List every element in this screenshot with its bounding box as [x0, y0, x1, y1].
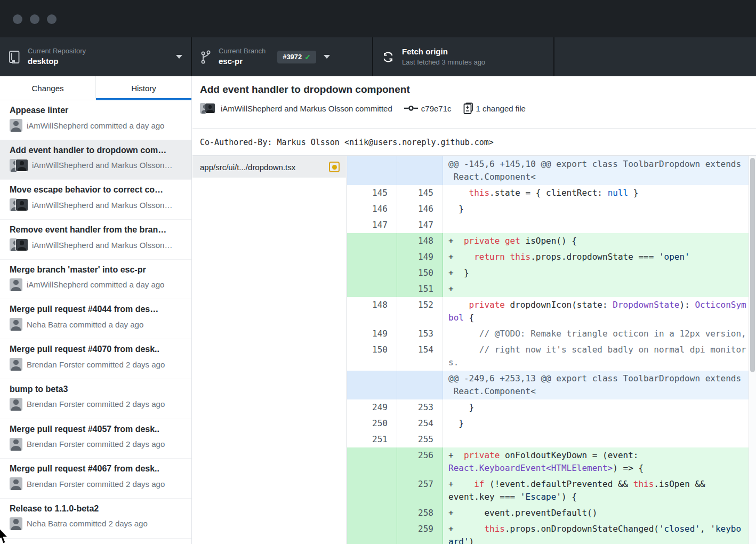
avatar — [10, 438, 22, 451]
scrollbar-thumb[interactable] — [750, 158, 755, 372]
git-commit-icon — [404, 105, 418, 112]
commit-authors: iAmWillShepherd and Markus Olsson commit… — [221, 104, 392, 113]
diff-line: 147147 — [347, 217, 756, 233]
commit-item-meta: iAmWillShepherd and Markus Olsson… — [10, 198, 184, 211]
diff-line: 249253 } — [347, 399, 756, 415]
diff-line: 256+ private onFoldoutKeyDown = (event:R… — [347, 447, 756, 476]
diff-line: 150+ } — [347, 265, 756, 281]
diff-line: 151+ — [347, 281, 756, 297]
commit-history-list: Appease linter iAmWillShepherd committed… — [0, 100, 191, 544]
author-avatars — [10, 198, 28, 211]
pr-number-badge[interactable]: #3972 ✓ — [277, 51, 316, 63]
commit-list-item[interactable]: Merge pull request #4067 from desk.. Bre… — [0, 459, 191, 499]
avatar — [10, 278, 22, 291]
branch-name: esc-pr — [219, 57, 266, 67]
sync-icon — [382, 51, 395, 63]
commit-list-item[interactable]: Remove event handler from the bran… iAmW… — [0, 220, 191, 260]
diff-file-icon — [463, 102, 473, 114]
window-zoom-button[interactable] — [47, 14, 57, 24]
diff-hunk-header: @@ -249,6 +253,13 @@ export class Toolba… — [347, 371, 756, 399]
window-titlebar — [0, 0, 756, 37]
window-close-button[interactable] — [13, 14, 22, 24]
github-desktop-window: Current Repository desktop Current Branc… — [0, 0, 756, 544]
commit-list-item[interactable]: bump to beta3 Brendan Forster committed … — [0, 379, 191, 419]
commit-detail-header: Add event handler to dropdown component … — [192, 76, 756, 129]
fetch-origin-button[interactable]: Fetch origin Last fetched 3 minutes ago — [373, 37, 554, 76]
author-avatars — [10, 238, 28, 251]
commit-item-meta: Brendan Forster committed 2 days ago — [10, 398, 184, 411]
git-branch-icon — [200, 50, 211, 65]
commit-title: Add event handler to dropdown component — [200, 84, 756, 95]
chevron-down-icon — [176, 55, 182, 59]
avatar — [15, 198, 28, 211]
author-avatars — [200, 103, 216, 114]
commit-list-item[interactable]: Release to 1.1.0-beta2 Neha Batra commit… — [0, 499, 191, 539]
commit-item-title: Add event handler to dropdown com… — [10, 146, 184, 155]
diff-line: 250254 } — [347, 415, 756, 431]
commit-item-meta: iAmWillShepherd committed a day ago — [10, 278, 184, 291]
commit-list-item[interactable]: Merge pull request #4070 from desk.. Bre… — [0, 339, 191, 379]
changed-files-count: 1 changed file — [476, 104, 526, 113]
window-minimize-button[interactable] — [30, 14, 39, 24]
commit-item-meta: Brendan Forster committed 2 days ago — [10, 358, 184, 371]
commit-list-item[interactable]: Merge pull request #4057 from desk.. Bre… — [0, 419, 191, 459]
commit-item-author: Brendan Forster committed 2 days ago — [27, 399, 165, 409]
toolbar-spacer — [554, 37, 756, 76]
commit-item-title: bump to beta3 — [10, 385, 184, 394]
fetch-label: Fetch origin — [402, 47, 485, 57]
commit-item-meta: Neha Batra committed a day ago — [10, 318, 184, 331]
commit-item-meta: iAmWillShepherd and Markus Olsson… — [10, 238, 184, 251]
commit-item-author: Brendan Forster committed 2 days ago — [27, 360, 165, 369]
commit-list-item[interactable]: Merge pull request #4071 from desk.. — [0, 539, 191, 544]
commit-item-title: Remove event handler from the bran… — [10, 225, 184, 235]
commit-item-title: Merge pull request #4044 from des… — [10, 305, 184, 314]
avatar — [10, 358, 22, 371]
tab-history[interactable]: History — [95, 76, 191, 100]
avatar — [205, 103, 215, 114]
file-list-item[interactable]: app/src/ui/t.../dropdown.tsx — [192, 156, 346, 178]
sidebar: Changes History Appease linter iAmWillSh… — [0, 76, 192, 544]
avatar — [10, 318, 22, 331]
commit-sha[interactable]: c79e71c — [421, 104, 452, 113]
file-path: app/src/ui/t.../dropdown.tsx — [200, 163, 329, 172]
diff-line: 145145 this.state = { clientRect: null } — [347, 185, 756, 201]
diff-view: @@ -145,6 +145,10 @@ export class Toolba… — [347, 156, 756, 544]
repo-icon — [9, 50, 20, 64]
commit-description: Co-Authored-By: Markus Olsson <niik@user… — [192, 129, 756, 156]
tab-changes[interactable]: Changes — [0, 76, 95, 100]
modified-status-icon — [329, 162, 340, 172]
commit-item-meta: iAmWillShepherd and Markus Olsson… — [10, 159, 184, 172]
branch-label: Current Branch — [219, 47, 266, 55]
commit-item-author: Brendan Forster committed 2 days ago — [27, 439, 165, 449]
current-repository-button[interactable]: Current Repository desktop — [0, 37, 192, 76]
commit-list-item[interactable]: Appease linter iAmWillShepherd committed… — [0, 100, 191, 140]
commit-item-author: iAmWillShepherd and Markus Olsson… — [32, 161, 172, 170]
commit-item-author: iAmWillShepherd committed a day ago — [27, 121, 164, 130]
diff-scrollbar[interactable] — [749, 156, 756, 544]
avatar — [15, 159, 28, 172]
author-avatars — [10, 159, 28, 172]
diff-line: 149153 // @TODO: Remake triangle octicon… — [347, 326, 756, 342]
diff-line: 148+ private get isOpen() { — [347, 233, 756, 249]
commit-list-item[interactable]: Move escape behavior to correct co… iAmW… — [0, 180, 191, 220]
avatar — [10, 517, 22, 530]
diff-line: 258+ event.preventDefault() — [347, 505, 756, 521]
commit-item-meta: Neha Batra committed 2 days ago — [10, 517, 184, 530]
diff-hunk-header: @@ -145,6 +145,10 @@ export class Toolba… — [347, 156, 756, 185]
commit-meta: iAmWillShepherd and Markus Olsson commit… — [200, 102, 756, 114]
avatar — [10, 477, 22, 490]
commit-list-item[interactable]: Add event handler to dropdown com… iAmWi… — [0, 140, 191, 180]
commit-item-author: iAmWillShepherd committed a day ago — [27, 280, 164, 289]
current-branch-button[interactable]: Current Branch esc-pr #3972 ✓ — [192, 37, 373, 76]
commit-list-item[interactable]: Merge pull request #4044 from des… Neha … — [0, 299, 191, 339]
commit-list-item[interactable]: Merge branch 'master' into esc-pr iAmWil… — [0, 260, 191, 300]
avatar — [10, 119, 22, 132]
repo-name: desktop — [28, 57, 86, 67]
diff-line: 149+ return this.props.dropdownState ===… — [347, 249, 756, 265]
commit-item-author: Neha Batra committed 2 days ago — [27, 519, 148, 528]
commit-item-author: Neha Batra committed a day ago — [27, 320, 143, 329]
diff-line: 251255 — [347, 431, 756, 447]
commit-item-author: iAmWillShepherd and Markus Olsson… — [32, 241, 172, 250]
commit-item-author: Brendan Forster committed 2 days ago — [27, 479, 165, 489]
commit-item-title: Merge pull request #4070 from desk.. — [10, 345, 184, 354]
